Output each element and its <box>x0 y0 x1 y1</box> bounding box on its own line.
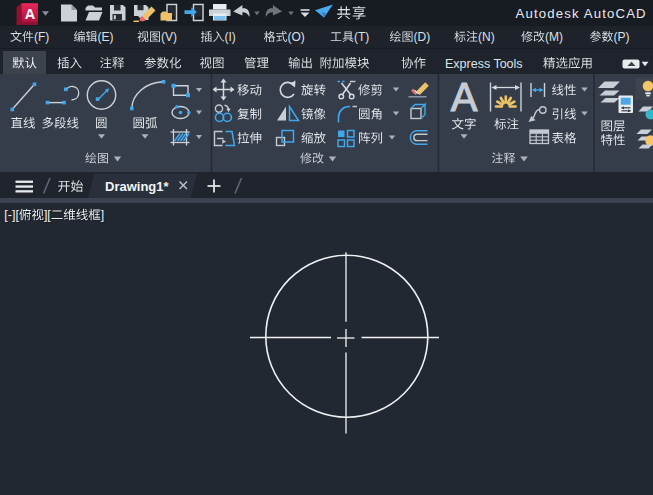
svg-text:(N): (N) <box>478 30 495 44</box>
svg-text:[-][: [-][ <box>4 208 19 222</box>
svg-text:A: A <box>451 75 478 119</box>
svg-text:(M): (M) <box>545 30 563 44</box>
svg-text:(T): (T) <box>354 30 369 44</box>
svg-text:(F): (F) <box>34 30 49 44</box>
svg-text:(V): (V) <box>161 30 177 44</box>
svg-text:(I): (I) <box>225 30 236 44</box>
svg-text:(O): (O) <box>288 30 305 44</box>
svg-text:(P): (P) <box>614 30 630 44</box>
svg-text:A: A <box>25 6 36 22</box>
svg-text:][: ][ <box>44 208 51 222</box>
svg-text:Express Tools: Express Tools <box>445 57 523 71</box>
svg-text:Autodesk AutoCAD: Autodesk AutoCAD <box>516 6 647 21</box>
svg-text:Drawing1*: Drawing1* <box>105 179 170 194</box>
svg-text:]: ] <box>101 208 104 222</box>
svg-text:(E): (E) <box>98 30 114 44</box>
svg-text:(D): (D) <box>414 30 431 44</box>
